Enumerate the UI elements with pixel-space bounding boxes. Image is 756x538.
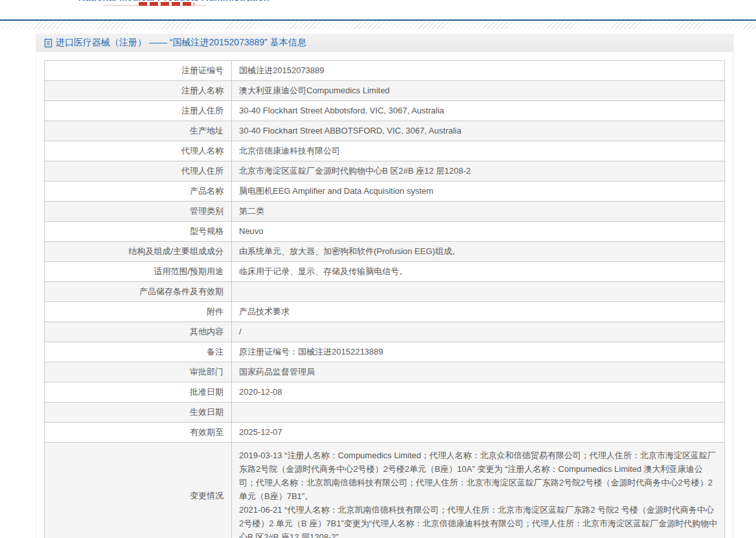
brand-red-underline (104, 5, 206, 6)
content-panel: 进口医疗器械（注册） —— “国械注进20152073889” 基本信息 注册证… (36, 34, 733, 538)
table-row: 批准日期 2020-12-08 (45, 382, 725, 403)
row-label: 注册人名称 (45, 81, 232, 101)
row-value (232, 403, 725, 423)
table-row: 附件 产品技术要求 (45, 302, 725, 322)
row-label: 生产地址 (45, 121, 232, 141)
row-value: 国家药品监督管理局 (232, 362, 725, 382)
row-label: 备注 (45, 342, 232, 362)
row-value: / (232, 322, 725, 342)
row-value (232, 282, 725, 302)
table-row: 注册人名称 澳大利亚康迪公司Compumedics Limited (45, 81, 725, 101)
row-value: 由系统单元、放大器、加密狗和软件(Profusion EEG)组成。 (232, 242, 725, 262)
row-label: 代理人住所 (45, 161, 232, 181)
decorative-stripes-band (0, 21, 756, 29)
table-row: 有效期至 2025-12-07 (45, 423, 725, 443)
table-row: 产品储存条件及有效期 (45, 282, 725, 302)
table-row: 生产地址 30-40 Flockhart Street ABBOTSFORD, … (45, 121, 725, 141)
info-table: 注册证编号 国械注进20152073889 注册人名称 澳大利亚康迪公司Comp… (44, 60, 725, 538)
table-row: 其他内容 / (45, 322, 725, 342)
row-value: 2019-03-13 “注册人名称：Compumedics Limited；代理… (232, 443, 725, 538)
table-row: 注册证编号 国械注进20152073889 (45, 61, 725, 81)
table-row: 审批部门 国家药品监督管理局 (45, 362, 725, 382)
page: National Medical Products Administration… (0, 0, 756, 538)
row-label: 产品名称 (45, 181, 232, 202)
table-row: 产品名称 脑电图机EEG Amplifier and Data Acquisit… (45, 181, 725, 202)
row-label: 注册证编号 (45, 61, 232, 81)
row-value: 脑电图机EEG Amplifier and Data Acquisition s… (232, 181, 725, 202)
page-title-bar: 进口医疗器械（注册） —— “国械注进20152073889” 基本信息 (36, 34, 733, 52)
table-row: 生效日期 (45, 403, 725, 423)
row-value: 北京倍德康迪科技有限公司 (232, 141, 725, 161)
table-row: 备注 原注册证编号：国械注进20152213889 (45, 342, 725, 362)
info-table-body: 注册证编号 国械注进20152073889 注册人名称 澳大利亚康迪公司Comp… (45, 61, 725, 538)
row-value: 30-40 Flockhart Street ABBOTSFORD, VIC, … (232, 121, 725, 141)
row-label: 有效期至 (45, 423, 232, 443)
row-value: 北京市海淀区蓝靛厂金源时代购物中心B 区2#B 座12 层1208-2 (232, 161, 725, 181)
row-value: 第二类 (232, 202, 725, 222)
row-value: 产品技术要求 (232, 302, 725, 322)
table-row: 管理类别 第二类 (45, 202, 725, 222)
table-row: 代理人名称 北京倍德康迪科技有限公司 (45, 141, 725, 161)
row-label: 变更情况 (45, 443, 232, 538)
row-label: 型号规格 (45, 222, 232, 242)
page-title: 进口医疗器械（注册） —— “国械注进20152073889” 基本信息 (56, 37, 306, 49)
row-value: 临床用于记录、显示、存储及传输脑电信号。 (232, 262, 725, 282)
table-row: 型号规格 Neuvo (45, 222, 725, 242)
row-value: 2025-12-07 (232, 423, 725, 443)
row-value: 30-40 Flockhart Street Abbotsford, VIC, … (232, 101, 725, 121)
row-value: Neuvo (232, 222, 725, 242)
row-label: 代理人名称 (45, 141, 232, 161)
row-label: 结构及组成/主要组成成分 (45, 242, 232, 262)
document-icon (44, 38, 52, 48)
row-label: 适用范围/预期用途 (45, 262, 232, 282)
row-label: 产品储存条件及有效期 (45, 282, 232, 302)
row-label: 附件 (45, 302, 232, 322)
table-row: 变更情况 2019-03-13 “注册人名称：Compumedics Limit… (45, 443, 725, 538)
table-row: 注册人住所 30-40 Flockhart Street Abbotsford,… (45, 101, 725, 121)
row-label: 注册人住所 (45, 101, 232, 121)
row-value: 2020-12-08 (232, 382, 725, 403)
row-label: 批准日期 (45, 382, 232, 403)
table-row: 结构及组成/主要组成成分 由系统单元、放大器、加密狗和软件(Profusion … (45, 242, 725, 262)
row-label: 管理类别 (45, 202, 232, 222)
row-value: 原注册证编号：国械注进20152213889 (232, 342, 725, 362)
row-value: 国械注进20152073889 (232, 61, 725, 81)
table-row: 代理人住所 北京市海淀区蓝靛厂金源时代购物中心B 区2#B 座12 层1208-… (45, 161, 725, 181)
row-value: 澳大利亚康迪公司Compumedics Limited (232, 81, 725, 101)
table-row: 适用范围/预期用途 临床用于记录、显示、存储及传输脑电信号。 (45, 262, 725, 282)
row-label: 生效日期 (45, 403, 232, 423)
site-header: National Medical Products Administration (0, 0, 756, 19)
row-label: 其他内容 (45, 322, 232, 342)
row-label: 审批部门 (45, 362, 232, 382)
